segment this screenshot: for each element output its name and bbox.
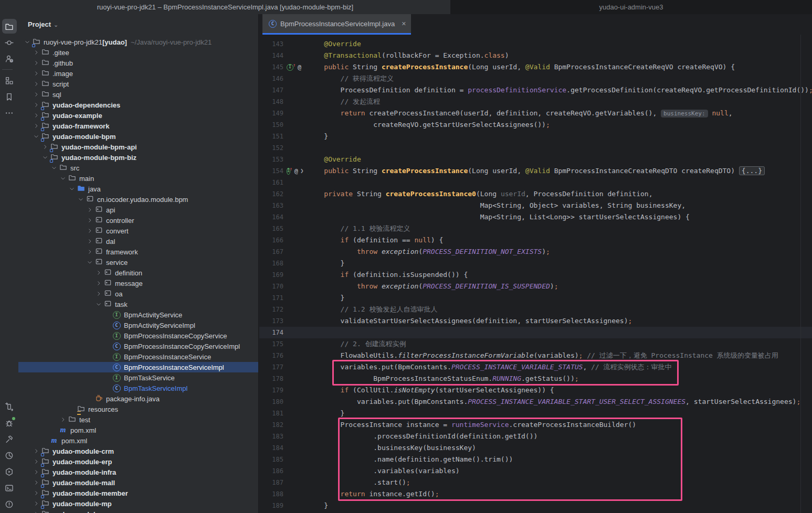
chevron-down-icon[interactable] [49, 164, 58, 172]
code-line-147[interactable]: 147 ProcessDefinition definition = proce… [259, 84, 812, 96]
line-number[interactable]: 172 [259, 304, 283, 315]
code-line-167[interactable]: 167 throw exception(PROCESS_DEFINITION_N… [259, 246, 812, 258]
chevron-right-icon[interactable] [31, 112, 40, 120]
tree-item-resources[interactable]: resources [18, 404, 259, 414]
code-line-181[interactable]: 181 } [259, 408, 812, 419]
tree-item-yudao-module-erp[interactable]: yudao-module-erp [18, 456, 259, 467]
chevron-right-icon[interactable] [94, 269, 103, 277]
line-number[interactable]: 182 [259, 419, 283, 431]
chevron-down-icon[interactable] [76, 196, 85, 204]
tree-item-yudao-example[interactable]: yudao-example [18, 110, 259, 121]
more-icon[interactable] [2, 105, 17, 120]
line-number[interactable]: 153 [259, 154, 283, 165]
line-number[interactable]: 174 [259, 327, 283, 338]
chevron-right-icon[interactable] [31, 70, 40, 78]
code-line-187[interactable]: 187 .start(); [259, 477, 812, 488]
line-number[interactable]: 167 [259, 246, 283, 258]
gutter-override-annotation-icons[interactable]: I↑@❯ [283, 165, 302, 177]
code-line-182[interactable]: 182 ProcessInstance instance = runtimeSe… [259, 419, 812, 431]
line-number[interactable]: 145 [259, 61, 283, 73]
code-line-172[interactable]: 172 // 1.2 校验发起人自选审批人 [259, 304, 812, 315]
line-number[interactable]: 163 [259, 200, 283, 211]
tree-item-script[interactable]: script [18, 79, 259, 89]
line-number[interactable]: 146 [259, 73, 283, 84]
tree-item-service[interactable]: service [18, 257, 259, 268]
tree-item-yudao-module-infra[interactable]: yudao-module-infra [18, 467, 259, 477]
tree-item-yudao-dependencies[interactable]: yudao-dependencies [18, 100, 259, 110]
line-number[interactable]: 178 [259, 373, 283, 384]
build-icon[interactable] [2, 432, 17, 446]
chevron-right-icon[interactable] [40, 143, 49, 151]
tree-item-yudao-module-mall[interactable]: yudao-module-mall [18, 477, 259, 488]
tree-item-yudao-module-bpm-api[interactable]: yudao-module-bpm-api [18, 142, 259, 152]
code-line-166[interactable]: 166 if (definition == null) { [259, 234, 812, 246]
code-line-151[interactable]: 151 } [259, 131, 812, 142]
code-line-163[interactable]: 163 Map<String, Object> variables, Strin… [259, 200, 812, 211]
chevron-down-icon[interactable] [85, 259, 94, 266]
code-line-164[interactable]: 164 Map<String, List<Long>> startUserSel… [259, 211, 812, 223]
tree-item-ruoyi-vue-pro-jdk21[interactable]: ruoyi-vue-pro-jdk21 [yudao]~/Java/ruoyi-… [18, 37, 259, 47]
tree-item-yudao-framework[interactable]: yudao-framework [18, 121, 259, 131]
code-line-174[interactable]: 174 [259, 327, 812, 338]
chevron-right-icon[interactable] [58, 416, 67, 424]
code-line-146[interactable]: 146 // 获得流程定义 [259, 73, 812, 84]
line-number[interactable]: 173 [259, 315, 283, 327]
tree-item-yudao-module-member[interactable]: yudao-module-member [18, 488, 259, 498]
tree-item-definition[interactable]: definition [18, 268, 259, 278]
code-line-143[interactable]: 143 @Override [259, 38, 812, 50]
line-number[interactable]: 179 [259, 384, 283, 396]
code-line-170[interactable]: 170 throw exception(PROCESS_DEFINITION_I… [259, 281, 812, 292]
tree-item-yudao-module-bpm[interactable]: yudao-module-bpm [18, 131, 259, 142]
line-number[interactable]: 183 [259, 431, 283, 442]
code-line-189[interactable]: 189 } [259, 500, 812, 511]
tree-item-test[interactable]: test [18, 414, 259, 425]
project-panel-header[interactable]: Project ⌄ [18, 14, 258, 35]
tree-item-.image[interactable]: .image [18, 68, 259, 79]
chevron-down-icon[interactable] [67, 185, 76, 193]
code-line-178[interactable]: 178 BpmProcessInstanceStatusEnum.RUNNING… [259, 373, 812, 384]
line-number[interactable]: 168 [259, 258, 283, 269]
line-number[interactable]: 185 [259, 454, 283, 465]
code-line-177[interactable]: 177 variables.put(BpmConstants.PROCESS_I… [259, 361, 812, 373]
line-number[interactable]: 149 [259, 108, 283, 119]
code-line-149[interactable]: 149 return createProcessInstance0(userId… [259, 108, 812, 119]
line-number[interactable]: 161 [259, 177, 283, 188]
tree-item-convert[interactable]: convert [18, 226, 259, 236]
line-number[interactable]: 143 [259, 38, 283, 50]
annotated-icon[interactable]: @ [294, 165, 298, 177]
chevron-right-icon[interactable] [31, 510, 40, 513]
code-line-183[interactable]: 183 .processDefinitionId(definition.getI… [259, 431, 812, 442]
chevron-right-icon[interactable] [31, 49, 40, 57]
code-line-173[interactable]: 173 validateStartUserSelectAssignees(def… [259, 315, 812, 327]
code-line-169[interactable]: 169 if (definition.isSuspended()) { [259, 269, 812, 281]
line-number[interactable]: 188 [259, 488, 283, 500]
code-line-186[interactable]: 186 .variables(variables) [259, 465, 812, 477]
line-number[interactable]: 165 [259, 223, 283, 234]
code-line-148[interactable]: 148 // 发起流程 [259, 96, 812, 108]
line-number[interactable]: 177 [259, 361, 283, 373]
tree-item-controller[interactable]: controller [18, 215, 259, 226]
annotated-icon[interactable]: @ [298, 61, 301, 73]
chevron-right-icon[interactable] [31, 101, 40, 109]
debug-icon[interactable] [2, 415, 17, 430]
chevron-right-icon[interactable] [31, 91, 40, 99]
chevron-right-icon[interactable] [94, 290, 103, 298]
chevron-right-icon[interactable] [31, 500, 40, 508]
commit-icon[interactable] [2, 35, 17, 50]
code-line-185[interactable]: 185 .name(definition.getName().trim()) [259, 454, 812, 465]
code-line-144[interactable]: 144 @Transactional(rollbackFor = Excepti… [259, 50, 812, 61]
tree-item-yudao-module-mp[interactable]: yudao-module-mp [18, 498, 259, 509]
tree-item-bpmprocessinstanceservice[interactable]: IBpmProcessInstanceService [18, 351, 259, 362]
line-number[interactable]: 151 [259, 131, 283, 142]
code-line-184[interactable]: 184 .businessKey(businessKey) [259, 442, 812, 454]
profiler-icon[interactable] [2, 448, 17, 463]
close-icon[interactable]: × [402, 19, 406, 28]
line-number[interactable]: 175 [259, 338, 283, 350]
tree-item-java[interactable]: java [18, 184, 259, 194]
tree-item-yudao-module-bpm-biz[interactable]: yudao-module-bpm-biz [18, 152, 259, 163]
chevron-right-icon[interactable] [85, 227, 94, 235]
line-number[interactable]: 152 [259, 142, 283, 154]
code-line-152[interactable]: 152 [259, 142, 812, 154]
tree-item-pom.xml[interactable]: mpom.xml [18, 425, 259, 435]
line-number[interactable]: 148 [259, 96, 283, 108]
